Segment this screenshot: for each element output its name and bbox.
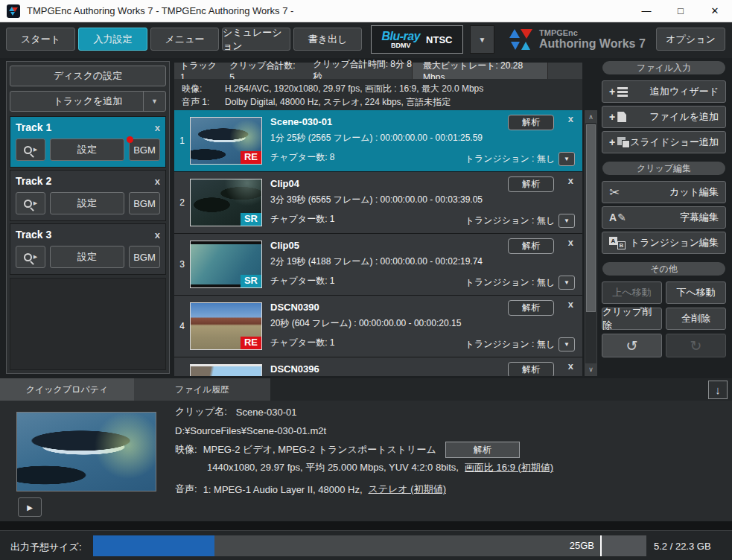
- clip-thumbnail: RE: [190, 117, 262, 165]
- clip-duration: 20秒 (604 フレーム) : 00:00:00.00 - 00:00:20.…: [270, 317, 461, 330]
- add-track-dropdown[interactable]: ▼: [143, 92, 165, 111]
- section-others: その他: [602, 262, 725, 276]
- status-bar: 出力予想サイズ: 25GB 5.2 / 22.3 GB: [0, 530, 732, 560]
- add-wizard-button[interactable]: + 追加ウィザード: [602, 80, 726, 103]
- clip-row-2[interactable]: 2 SR Clip04 解析 x 3分 39秒 (6565 フレーム) : 00…: [174, 172, 582, 234]
- track-preview-button[interactable]: ▶: [16, 139, 45, 161]
- panel-divider: [0, 521, 732, 530]
- format-dropdown-button[interactable]: ▼: [470, 25, 494, 54]
- undo-button[interactable]: ↺: [602, 334, 662, 357]
- close-icon[interactable]: x: [568, 299, 573, 310]
- tab-export[interactable]: 書き出し: [293, 28, 362, 51]
- transition-edit-button[interactable]: AB トランジション編集: [602, 232, 726, 254]
- play-button[interactable]: ▶: [18, 497, 42, 517]
- app-icon: [7, 4, 20, 18]
- properties-tab-bar: クイックプロパティ ファイル履歴 ↓: [0, 378, 732, 401]
- track-preview-button[interactable]: ▶: [16, 246, 45, 268]
- close-button[interactable]: ✕: [698, 0, 732, 22]
- add-track-button[interactable]: トラックを追加 ▼: [10, 91, 166, 112]
- analyze-button[interactable]: 解析: [508, 176, 554, 192]
- clip-index: 2: [174, 197, 190, 208]
- add-file-button[interactable]: + ファイルを追加: [602, 106, 726, 128]
- close-icon[interactable]: x: [155, 176, 160, 186]
- track-card-1[interactable]: Track 1 x ▶ 設定 BGM: [10, 116, 166, 168]
- track-preview-button[interactable]: ▶: [16, 192, 45, 214]
- options-button[interactable]: オプション: [656, 28, 725, 51]
- transition-dropdown[interactable]: ▼: [558, 214, 575, 228]
- track-settings-button[interactable]: 設定: [50, 246, 124, 268]
- tab-file-history[interactable]: ファイル履歴: [134, 378, 270, 401]
- close-icon[interactable]: x: [568, 360, 573, 372]
- disc-settings-button[interactable]: ディスクの設定: [10, 66, 166, 86]
- analyze-button[interactable]: 解析: [508, 300, 554, 316]
- clip-chapters: チャプター数: 1: [270, 213, 334, 226]
- close-icon[interactable]: x: [568, 175, 573, 186]
- scroll-down-icon[interactable]: ∨: [585, 363, 596, 375]
- clip-thumbnail: SR: [190, 179, 262, 226]
- transition-dropdown[interactable]: ▼: [558, 276, 575, 290]
- video-format-value: MPEG-2 ビデオ, MPEG-2 トランスポートストリーム: [203, 443, 436, 456]
- clip-list-scrollbar[interactable]: ∧ ∨: [585, 110, 597, 376]
- analyze-button[interactable]: 解析: [508, 238, 554, 254]
- app-brand: TMPGEnc Authoring Works 7: [509, 28, 646, 51]
- minimize-button[interactable]: —: [629, 0, 663, 22]
- clip-index: 4: [174, 321, 190, 331]
- add-slideshow-button[interactable]: + スライドショー追加: [602, 131, 726, 153]
- track-card-2[interactable]: Track 2 x ▶ 設定 BGM: [10, 170, 166, 221]
- scrollbar-thumb[interactable]: [586, 124, 596, 312]
- clip-thumbnail: RE: [190, 302, 262, 350]
- close-icon[interactable]: x: [155, 123, 160, 133]
- track-settings-button[interactable]: 設定: [50, 192, 124, 214]
- redo-button[interactable]: ↻: [666, 334, 726, 357]
- tab-simulation[interactable]: シミュレーション: [222, 28, 290, 51]
- move-up-button[interactable]: 上へ移動: [602, 281, 662, 304]
- transition-dropdown[interactable]: ▼: [558, 337, 575, 351]
- audio-format-value: 1: MPEG-1 Audio Layer II, 48000 Hz,: [203, 484, 363, 495]
- clip-transition: トランジション : 無し: [465, 153, 555, 165]
- analyze-button[interactable]: 解析: [508, 115, 554, 130]
- title-bar: TMPGEnc Authoring Works 7 - TMPGEnc Auth…: [0, 0, 732, 22]
- video-label: 映像:: [175, 443, 197, 456]
- collapse-panel-button[interactable]: ↓: [708, 381, 728, 399]
- track-bgm-button[interactable]: BGM: [129, 139, 160, 161]
- output-format-badge[interactable]: Blu-ray BDMV NTSC: [371, 25, 463, 54]
- clip-row-1[interactable]: 1 RE Scene-030-01 解析 x 1分 25秒 (2565 フレーム…: [174, 110, 582, 172]
- tab-input-settings[interactable]: 入力設定: [78, 28, 147, 51]
- track-name: Track 2: [16, 175, 51, 187]
- clip-chapters: チャプター数: 1: [270, 275, 334, 287]
- close-icon[interactable]: x: [568, 113, 573, 124]
- track-card-3[interactable]: Track 3 x ▶ 設定 BGM: [10, 223, 166, 275]
- output-size-bar: 25GB: [93, 535, 646, 556]
- tab-menu[interactable]: メニュー: [150, 28, 219, 51]
- track-bgm-button[interactable]: BGM: [129, 192, 160, 214]
- list-icon: [617, 87, 628, 97]
- analyze-button[interactable]: 解析: [445, 442, 520, 458]
- audio-channel-link[interactable]: ステレオ (初期値): [369, 483, 447, 496]
- close-icon[interactable]: x: [568, 237, 573, 248]
- scroll-up-icon[interactable]: ∧: [585, 111, 596, 123]
- transition-dropdown[interactable]: ▼: [558, 152, 575, 166]
- move-down-button[interactable]: 下へ移動: [666, 281, 726, 304]
- subtitle-edit-button[interactable]: A✎ 字幕編集: [602, 206, 726, 229]
- cut-edit-button[interactable]: ✂ カット編集: [602, 181, 726, 203]
- clip-row-3[interactable]: 3 SR Clip05 解析 x 2分 19秒 (4188 フレーム) : 00…: [174, 234, 582, 296]
- clip-row-5[interactable]: DSCN0396 解析 x: [174, 357, 582, 376]
- clip-row-4[interactable]: 4 RE DSCN0390 解析 x 20秒 (604 フレーム) : 00:0…: [174, 296, 582, 357]
- aspect-ratio-link[interactable]: 画面比 16:9 (初期値): [465, 461, 553, 474]
- close-icon[interactable]: x: [155, 230, 160, 240]
- delete-clip-button[interactable]: クリップ削除: [602, 308, 662, 330]
- delete-all-button[interactable]: 全削除: [666, 308, 726, 330]
- tab-quick-properties[interactable]: クイックプロパティ: [0, 378, 134, 401]
- tab-start[interactable]: スタート: [6, 28, 75, 51]
- maximize-button[interactable]: □: [663, 0, 698, 22]
- clip-status-badge: RE: [241, 337, 261, 349]
- track-settings-button[interactable]: 設定: [50, 139, 124, 161]
- track-bgm-button[interactable]: BGM: [129, 246, 160, 268]
- clip-name: Scene-030-01: [270, 116, 332, 127]
- clip-name: DSCN0390: [270, 302, 319, 313]
- track-name: Track 3: [16, 229, 51, 241]
- output-size-fill: [93, 535, 214, 556]
- bgm-active-indicator: [127, 136, 133, 143]
- analyze-button[interactable]: 解析: [508, 362, 554, 376]
- clip-chapters: チャプター数: 1: [270, 337, 334, 349]
